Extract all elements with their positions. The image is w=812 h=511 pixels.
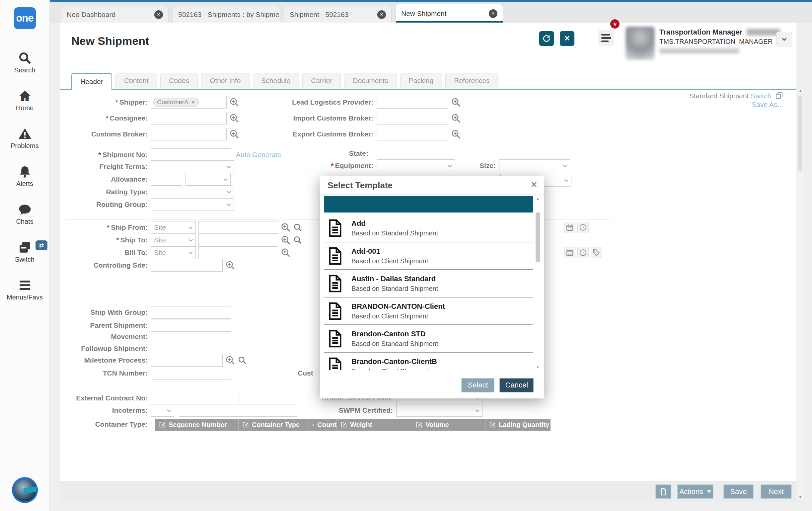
shipper-chip[interactable]: CustomerA ✕ (153, 98, 199, 107)
new-document-button[interactable] (656, 484, 671, 499)
ship-from-input[interactable] (198, 221, 278, 234)
zoom-add-icon[interactable] (451, 97, 461, 107)
zoom-add-icon[interactable] (281, 222, 291, 233)
tab-carrier[interactable]: Carrier (302, 73, 341, 88)
tab-references[interactable]: References (445, 73, 498, 88)
favorite-star-badge[interactable]: ★ (610, 19, 620, 29)
search-icon[interactable] (293, 223, 302, 232)
zoom-add-icon[interactable] (229, 113, 239, 123)
selected-blank-template-row[interactable] (324, 196, 533, 213)
calendar-button[interactable] (564, 222, 575, 233)
col-sequence-number[interactable]: Sequence Number (155, 419, 238, 431)
search-icon[interactable] (293, 236, 302, 244)
page-scrollbar[interactable]: ▲ ▼ (798, 88, 803, 500)
zoom-add-icon[interactable] (229, 97, 239, 107)
ship-to-input[interactable] (198, 234, 278, 246)
scrollbar-thumb[interactable] (799, 95, 802, 172)
controlling-site-input[interactable] (151, 259, 223, 272)
modal-scrollbar[interactable]: ▲ ▼ (535, 196, 540, 369)
window-tab-shipments-list[interactable]: 592163 - Shipments : by Shipme... ✕ (173, 6, 280, 23)
sidebar-item-home[interactable]: Home (0, 89, 50, 112)
window-tab-shipment-592163[interactable]: Shipment - 592163 ✕ (284, 6, 392, 23)
equipment-select[interactable] (377, 159, 455, 172)
calendar-button[interactable] (564, 247, 575, 258)
user-dropdown-button[interactable] (776, 32, 792, 47)
actions-button[interactable]: Actions (677, 484, 714, 499)
zoom-add-icon[interactable] (225, 260, 235, 270)
clock-button[interactable] (577, 247, 589, 258)
next-button[interactable]: Next (760, 484, 792, 499)
save-as-link[interactable]: Save As... (752, 101, 783, 108)
parent-shipment-input[interactable] (151, 319, 231, 332)
ship-to-type-select[interactable]: Site (151, 234, 196, 246)
tab-documents[interactable]: Documents (344, 73, 397, 88)
shipment-no-input[interactable] (151, 149, 231, 161)
close-tab-icon[interactable]: ✕ (489, 9, 497, 18)
consignee-input[interactable] (151, 112, 227, 125)
sidebar-item-alerts[interactable]: Alerts (0, 165, 50, 188)
switch-template-link[interactable]: Switch (751, 92, 771, 100)
bill-to-type-select[interactable]: Site (151, 246, 196, 259)
zoom-add-icon[interactable] (451, 113, 461, 123)
tab-other-info[interactable]: Other Info (201, 73, 249, 88)
window-tab-neo-dashboard[interactable]: Neo Dashboard ✕ (61, 6, 169, 23)
ship-from-type-select[interactable]: Site (151, 221, 196, 234)
zoom-add-icon[interactable] (225, 355, 235, 365)
milestone-process-input[interactable] (151, 354, 223, 367)
routing-group-select[interactable] (151, 198, 234, 211)
save-button[interactable]: Save (723, 484, 754, 499)
rating-type-select[interactable] (151, 186, 234, 198)
sidebar-item-menus-favs[interactable]: Menus/Favs (0, 278, 50, 301)
close-page-button[interactable]: ✕ (560, 31, 574, 46)
template-item-brandon-canton-client[interactable]: BRANDON-CANTON-Client Based on Client Sh… (324, 297, 533, 324)
tag-button[interactable] (591, 247, 602, 258)
zoom-add-icon[interactable] (281, 248, 291, 258)
allowance-input[interactable] (151, 173, 182, 186)
scroll-up-icon[interactable]: ▲ (798, 89, 803, 92)
sidebar-item-search[interactable]: Search (0, 51, 50, 74)
tab-schedule[interactable]: Schedule (253, 73, 299, 88)
scroll-down-icon[interactable]: ▼ (535, 365, 540, 369)
zoom-add-icon[interactable] (229, 129, 239, 139)
bill-to-input[interactable] (198, 246, 278, 259)
switch-badge[interactable]: ⇄ (35, 240, 48, 250)
auto-generate-link[interactable]: Auto Generate (236, 151, 281, 159)
template-item-brandon-canton-clientb[interactable]: Brandon-Canton-ClientB Based on Client S… (324, 352, 533, 370)
one-logo[interactable]: one (14, 7, 36, 29)
tab-packing[interactable]: Packing (400, 73, 442, 88)
external-contract-input[interactable] (151, 392, 239, 404)
close-tab-icon[interactable]: ✕ (377, 10, 386, 19)
freight-terms-select[interactable] (151, 160, 234, 173)
user-avatar[interactable] (12, 477, 38, 503)
modal-cancel-button[interactable]: Cancel (499, 378, 534, 393)
ship-with-group-input[interactable] (151, 306, 231, 319)
template-item-add[interactable]: Add Based on Standard Shipment (324, 214, 533, 242)
header-avatar-blurred[interactable] (626, 27, 655, 60)
user-menu-button[interactable] (598, 30, 614, 46)
export-broker-input[interactable] (377, 128, 448, 140)
col-count[interactable]: Count (309, 419, 337, 431)
zoom-add-icon[interactable] (451, 129, 461, 139)
incoterms-input[interactable] (179, 404, 297, 417)
refresh-button[interactable] (539, 31, 554, 46)
tab-header[interactable]: Header (71, 73, 112, 90)
col-volume[interactable]: Volume (412, 419, 485, 431)
template-item-brandon-canton-std[interactable]: Brandon-Canton STD Based on Standard Shi… (324, 324, 533, 352)
window-tab-new-shipment[interactable]: New Shipment ✕ (396, 4, 503, 23)
modal-select-button[interactable]: Select (461, 378, 494, 393)
close-tab-icon[interactable]: ✕ (154, 10, 163, 19)
sidebar-item-problems[interactable]: Problems (0, 127, 50, 150)
col-lading-quantity[interactable]: Lading Quantity (485, 419, 551, 431)
customs-broker-input[interactable] (151, 128, 227, 140)
template-item-add-001[interactable]: Add-001 Based on Client Shipment (324, 242, 533, 269)
tab-content[interactable]: Content (115, 73, 157, 88)
size-select[interactable] (499, 159, 570, 172)
scrollbar-thumb[interactable] (535, 213, 540, 262)
tcn-number-input[interactable] (151, 367, 231, 379)
search-icon[interactable] (238, 356, 246, 365)
sidebar-item-chats[interactable]: Chats (0, 203, 50, 225)
swpm-certified-select[interactable] (396, 404, 483, 417)
scroll-up-icon[interactable]: ▲ (535, 196, 540, 200)
col-weight[interactable]: Weight (337, 419, 412, 431)
tab-codes[interactable]: Codes (160, 73, 198, 88)
